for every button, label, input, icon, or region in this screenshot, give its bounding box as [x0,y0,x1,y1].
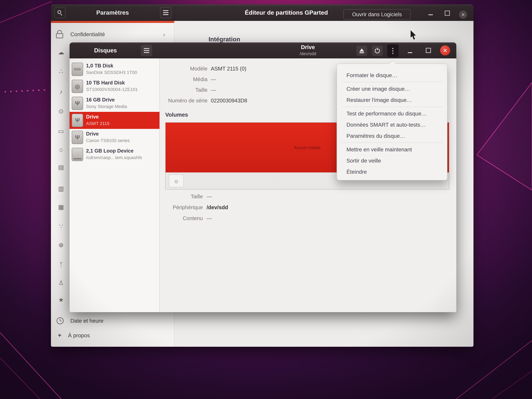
disks-app-title: Disques [70,42,141,58]
menu-item-wake-from-standby[interactable]: Sortir de veille [337,155,447,166]
removable-media-icon: ▦ [58,203,64,210]
power-off-button[interactable] [372,46,383,56]
detail-label: Taille [141,86,208,94]
detail-value: — [207,214,212,222]
cloud-icon: ☁ [58,49,64,56]
settings-maximize-button[interactable] [443,9,451,17]
sidebar-item-color[interactable]: ∵ [55,221,67,232]
drive-menu-button[interactable]: ⋮ [387,44,399,57]
volumes-heading: Volumes [165,112,188,118]
close-icon: × [443,47,447,54]
sidebar-item-mouse[interactable]: ○ [55,143,67,157]
maximize-icon [426,48,431,53]
no-media-label: Aucun média [294,145,320,150]
device-list: SSD 1,0 TB Disk SanDisk SDSSDH3 1T00 ◎ 1… [70,58,160,312]
sidebar-item-about[interactable]: ✦ À propos [51,329,174,342]
kebab-menu-icon: ⋮ [389,47,396,55]
sidebar-item-region-language[interactable]: ⊕ [55,239,67,251]
detail-label: Numéro de série [141,97,208,104]
disks-menu-button[interactable] [141,45,152,56]
sidebar-item-datetime[interactable]: Date et heure [51,314,174,327]
loop-device-icon [72,148,83,161]
display-icon: ▭ [58,127,64,135]
detail-value: 0220030943D8 [211,97,247,104]
sharing-icon: ∴ [59,68,63,75]
device-row[interactable]: 2,1 GB Loop Device /cdrom/casp…tem.squas… [70,146,159,163]
minimize-icon [428,14,433,15]
device-row[interactable]: Ψ Drive Canon TS9100 series [70,129,159,146]
hamburger-icon [163,10,169,15]
menu-item-smart-data[interactable]: Données SMART et auto-tests… [337,119,447,130]
sidebar-item-sharing[interactable]: ∴ [55,66,67,77]
ssd-icon: SSD [72,63,83,76]
eject-button[interactable] [356,46,367,56]
detail-label: Taille [136,193,203,200]
drive-menu-popup: Formater le disque… Créer une image disq… [337,63,447,180]
menu-item-power-off[interactable]: Éteindre [337,166,447,177]
sidebar-item-power[interactable]: ⊙ [55,106,67,117]
music-note-icon: ♪ [60,88,63,95]
power-icon: ⊙ [58,108,64,115]
sparkle-icon: ✦ [57,332,62,339]
globe-icon: ⊕ [58,241,64,249]
sidebar-item-label: Confidentialité [70,31,105,38]
menu-item-benchmark-disk[interactable]: Test de performance du disque… [337,108,447,119]
headerbar-divider [174,4,175,21]
menu-item-drive-settings[interactable]: Paramètres du disque… [337,130,447,141]
minimize-icon [408,52,412,53]
detail-value: — [211,86,216,94]
clock-icon [56,317,64,325]
close-icon: × [461,11,465,18]
disks-headerbar: Disques Drive /dev/sdd ⋮ [70,42,456,58]
sidebar-item-removable-media[interactable]: ▦ [55,201,67,213]
menu-item-restore-disk-image[interactable]: Restaurer l'image disque… [337,95,447,106]
sidebar-item-label: Date et heure [70,318,103,324]
menu-separator [342,107,443,107]
lock-icon [56,30,63,38]
volume-settings-button[interactable]: ☼ [169,175,184,187]
sidebar-item-printers[interactable]: ▥ [55,183,67,194]
open-in-software-button[interactable]: Ouvrir dans Logiciels [343,9,411,19]
drive-title-block: Drive /dev/sdd [275,44,341,56]
sidebar-item-online-accounts[interactable]: ☁ [55,47,67,58]
detail-value: — [207,193,212,200]
settings-window-title: Paramètres [51,4,174,21]
detail-label: Modèle [141,65,208,72]
printer-icon: ▥ [58,185,64,192]
menu-separator [342,82,443,82]
settings-minimize-button[interactable] [426,8,435,17]
mouse-cursor [410,30,418,42]
keyboard-icon: ▤ [58,164,64,171]
menu-item-format-disk[interactable]: Formater le disque… [337,70,447,81]
usb-drive-icon: Ψ [72,131,83,144]
mouse-icon: ○ [59,145,63,154]
maximize-icon [445,11,450,16]
settings-close-button[interactable]: × [459,11,467,19]
sidebar-item-accessibility[interactable]: ᛉ [55,259,67,270]
disks-minimize-button[interactable] [405,46,415,55]
sidebar-item-sound[interactable]: ♪ [55,86,67,97]
sidebar-item-default-apps[interactable]: ★ [55,294,67,305]
disks-maximize-button[interactable] [424,46,432,54]
sidebar-item-users[interactable]: ♙ [55,277,67,288]
sidebar-item-label: À propos [68,332,90,339]
detail-label: Contenu [136,214,203,222]
detail-value: /dev/sdd [207,203,228,211]
disks-close-button[interactable]: × [440,45,450,56]
selected-row-accent [51,21,174,23]
section-heading: Intégration [209,36,240,43]
gears-icon: ☼ [173,177,179,184]
star-icon: ★ [58,296,64,303]
detail-value: ASMT 2115 (0) [211,65,247,72]
sidebar-item-keyboard[interactable]: ▤ [55,162,67,173]
color-icon: ∵ [59,223,63,230]
sidebar-item-displays[interactable]: ▭ [55,126,67,137]
power-icon [374,48,380,54]
sidebar-item-privacy[interactable]: Confidentialité › [51,27,174,42]
menu-item-standby-now[interactable]: Mettre en veille maintenant [337,144,447,155]
chevron-right-icon: › [163,31,165,38]
device-row-selected[interactable]: Ψ Drive ASMT 2115 [70,112,159,129]
menu-item-create-disk-image[interactable]: Créer une image disque… [337,83,447,95]
detail-value: — [211,76,216,83]
settings-menu-button[interactable] [160,7,171,18]
